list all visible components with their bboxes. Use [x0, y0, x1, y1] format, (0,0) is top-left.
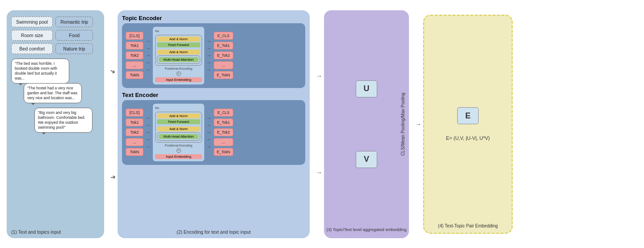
- tao1: →: [206, 38, 211, 44]
- section-1-panel: Swimming pool Room size Bed comfort Roma…: [7, 10, 104, 238]
- topics-grid: Swimming pool Room size Bed comfort Roma…: [11, 17, 100, 54]
- tao3: →: [206, 53, 211, 58]
- section-3-panel: CLS/Mean Pooling/Max Pooling U V (3) Top…: [324, 10, 409, 238]
- text-out-cls: E_CLS: [214, 109, 233, 117]
- ta4: →: [146, 60, 151, 65]
- uv-container: U V: [356, 80, 377, 168]
- topic-add-norm-1: Add & Norm: [157, 37, 200, 42]
- arrow-1-to-2: ➔ ➔: [110, 10, 116, 238]
- topic-out-tok2: E_Tok2: [214, 51, 233, 59]
- txa3: →: [146, 130, 151, 135]
- text-add-norm-2: Add & Norm: [157, 126, 200, 131]
- topic-out-tok1: E_Tok1: [214, 42, 233, 50]
- topic-tok-dots: ...: [126, 61, 143, 69]
- text-arrows-out: → → → → →: [206, 115, 211, 149]
- ta5: →: [146, 67, 151, 72]
- topic-nature-trip: Nature trip: [55, 43, 93, 54]
- section4-label: (4) Text-Topic Pair Embedding: [424, 223, 512, 228]
- txao5: →: [206, 144, 211, 149]
- topic-food: Food: [55, 30, 93, 41]
- text-multi-head: Multi-Head Attention: [159, 134, 198, 139]
- section3-label: (3) Topic/Text level aggregated embeddin…: [324, 227, 409, 232]
- topic-encoder-heading: Topic Encoder: [122, 15, 305, 21]
- topic-nx: Nx: [155, 29, 202, 33]
- topic-encoder-section: Topic Encoder [CLS] Tok1 Tok2 ... TokN →…: [122, 15, 305, 88]
- text-tok-dots: ...: [126, 138, 143, 146]
- topic-arrows-in: → → → → →: [146, 38, 151, 72]
- text-outputs-col: E_CLS E_Tok1 E_Tok2 ... E_TokN: [214, 109, 233, 156]
- text-plus: +: [177, 148, 181, 153]
- topic-mha-box: Multi-Head Attention: [157, 55, 200, 64]
- text-tok2: Tok2: [126, 128, 143, 136]
- txa5: →: [146, 144, 151, 149]
- tao4: →: [206, 60, 211, 65]
- topic-plus: +: [177, 71, 181, 76]
- speech-bubbles-area: "The bed was horrible. I booked double r…: [11, 59, 100, 148]
- text-outer-box: Add & Norm Feed Forward Add & Norm Multi…: [155, 112, 202, 143]
- arrow-2-to-3: → →: [316, 10, 322, 238]
- topic-transformer: Nx Add & Norm Feed Forward Add & Norm Mu…: [153, 27, 204, 84]
- text-tokN: TokN: [126, 148, 143, 156]
- topic-room-size: Room size: [11, 30, 53, 41]
- text-feed-forward: Feed Forward: [157, 119, 200, 124]
- ta1: →: [146, 38, 151, 44]
- speech-bubble-1: "The bed was horrible. I booked double r…: [11, 59, 69, 84]
- text-input-emb: Input Embedding: [155, 154, 202, 159]
- topic-outer-box: Add & Norm Feed Forward Add & Norm Multi…: [155, 35, 202, 66]
- text-encoder-heading: Text Encoder: [122, 92, 305, 98]
- e-box: E: [457, 107, 479, 124]
- arrow-bottom-2: →: [316, 169, 322, 176]
- text-encoder-row: [CLS] Tok1 Tok2 ... TokN → → → → → Nx Ad…: [122, 100, 305, 165]
- section-4-panel: E E= (U,V, |U-V|, U*V) (4) Text-Topic Pa…: [423, 15, 513, 234]
- topic-circle: +: [155, 71, 202, 76]
- section2-label: (2) Encoding for text and topic input: [177, 229, 251, 235]
- arrow-top-2: →: [316, 72, 322, 80]
- topic-out-tokN: E_TokN: [214, 71, 233, 79]
- topic-feed-forward: Feed Forward: [157, 42, 200, 47]
- topic-romantic-trip: Romantic trip: [55, 17, 93, 27]
- text-encoder-section: Text Encoder [CLS] Tok1 Tok2 ... TokN → …: [122, 92, 305, 165]
- topic-multi-head: Multi-Head Attention: [159, 57, 198, 62]
- topic-add-norm-2: Add & Norm: [157, 50, 200, 55]
- txao3: →: [206, 130, 211, 135]
- topic-bed-comfort: Bed comfort: [11, 43, 53, 54]
- tao5: →: [206, 67, 211, 72]
- ta2: →: [146, 46, 151, 51]
- topic-tokN: TokN: [126, 71, 143, 79]
- topic-out-cls: E_CLS: [214, 32, 233, 40]
- text-out-tok2: E_Tok2: [214, 128, 233, 136]
- topic-arrows-out: → → → → →: [206, 38, 211, 72]
- topic-pos-enc: Positional Encoding: [155, 67, 202, 70]
- topic-out-dots: ...: [214, 61, 233, 69]
- text-mha-box: Multi-Head Attention: [157, 132, 200, 141]
- text-arrows-in: → → → → →: [146, 115, 151, 149]
- topics-col-left: Swimming pool Room size Bed comfort: [11, 17, 53, 54]
- main-layout: Swimming pool Room size Bed comfort Roma…: [0, 0, 644, 248]
- pooling-label: CLS/Mean Pooling/Max Pooling: [400, 92, 405, 156]
- tao2: →: [206, 46, 211, 51]
- topic-tok2: Tok2: [126, 51, 143, 59]
- text-out-tok1: E_Tok1: [214, 118, 233, 126]
- text-tok-cls: [CLS]: [126, 109, 143, 117]
- section-2-panel: Topic Encoder [CLS] Tok1 Tok2 ... TokN →…: [118, 10, 310, 238]
- text-add-norm-1: Add & Norm: [157, 113, 200, 118]
- text-tok1: Tok1: [126, 118, 143, 126]
- topics-col-right: Romantic trip Food Nature trip: [55, 17, 93, 54]
- v-box: V: [356, 151, 377, 168]
- topic-tokens-col: [CLS] Tok1 Tok2 ... TokN: [126, 32, 143, 79]
- txa1: →: [146, 115, 151, 121]
- text-transformer: Nx Add & Norm Feed Forward Add & Norm Mu…: [153, 104, 204, 161]
- text-tokens-col: [CLS] Tok1 Tok2 ... TokN: [126, 109, 143, 156]
- ta3: →: [146, 53, 151, 58]
- text-out-dots: ...: [214, 138, 233, 146]
- text-circle: +: [155, 148, 202, 153]
- arrow-3-to-4: →: [415, 10, 421, 238]
- e-formula: E= (U,V, |U-V|, U*V): [446, 135, 490, 141]
- u-box: U: [356, 80, 377, 97]
- txao4: →: [206, 137, 211, 142]
- topic-swimming-pool: Swimming pool: [11, 17, 53, 27]
- txa4: →: [146, 137, 151, 142]
- section1-label: (1) Text and topics input: [11, 229, 61, 235]
- topic-input-emb: Input Embedding: [155, 77, 202, 82]
- txao1: →: [206, 115, 211, 121]
